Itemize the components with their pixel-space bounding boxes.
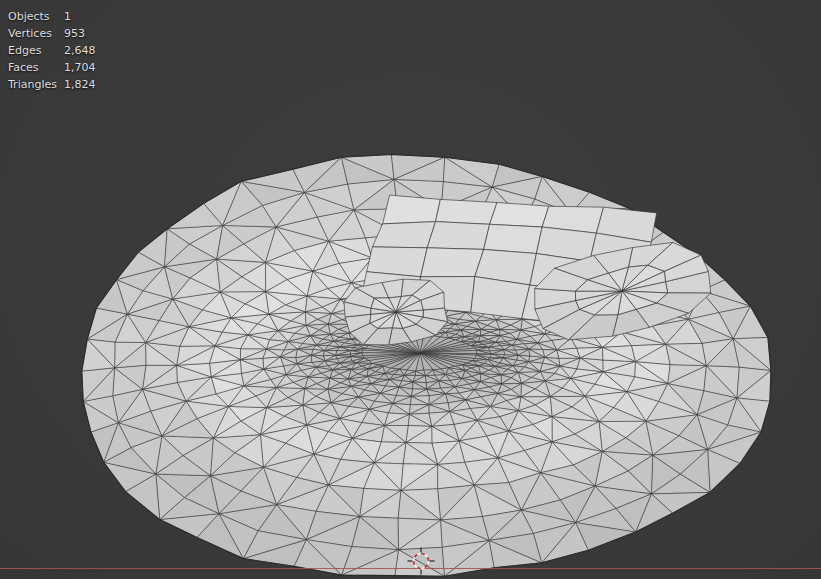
- stat-value: 1: [64, 8, 71, 25]
- stat-label: Triangles: [8, 76, 64, 93]
- stat-row-edges: Edges 2,648: [8, 42, 96, 59]
- stat-row-faces: Faces 1,704: [8, 59, 96, 76]
- stat-value: 1,704: [64, 59, 96, 76]
- stat-value: 2,648: [64, 42, 96, 59]
- stat-label: Faces: [8, 59, 64, 76]
- stat-label: Edges: [8, 42, 64, 59]
- mesh-object-wireframe[interactable]: [82, 155, 771, 577]
- 3d-viewport[interactable]: Objects 1 Vertices 953 Edges 2,648 Faces…: [0, 0, 821, 579]
- stat-label: Objects: [8, 8, 64, 25]
- stat-label: Vertices: [8, 25, 64, 42]
- stat-value: 953: [64, 25, 85, 42]
- stat-row-triangles: Triangles 1,824: [8, 76, 96, 93]
- viewport-canvas[interactable]: [0, 0, 821, 579]
- stat-value: 1,824: [64, 76, 96, 93]
- stat-row-vertices: Vertices 953: [8, 25, 96, 42]
- stats-overlay: Objects 1 Vertices 953 Edges 2,648 Faces…: [8, 8, 96, 93]
- stat-row-objects: Objects 1: [8, 8, 96, 25]
